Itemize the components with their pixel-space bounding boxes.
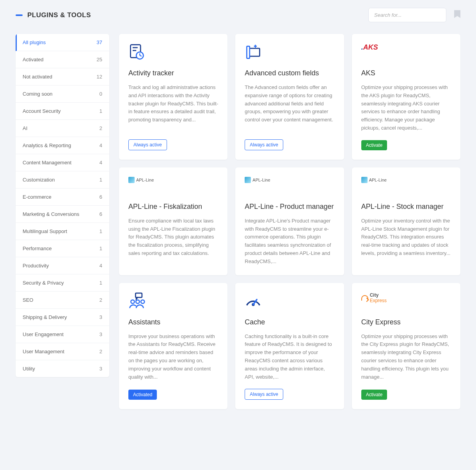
sidebar-item[interactable]: Activated25 [16,51,109,68]
sidebar-item-count: 3 [99,331,102,337]
activated-badge[interactable]: Activated [128,390,157,400]
plugin-card-icon: CityExpress [361,292,451,311]
sidebar-item-label: E-commerce [23,194,52,200]
sidebar-item-count: 1 [99,177,102,183]
svg-point-12 [136,300,139,303]
sidebar-item[interactable]: SEO2 [16,292,109,309]
sidebar-item-count: 1 [99,280,102,286]
sidebar-item-label: Coming soon [23,91,53,97]
sidebar-item[interactable]: Performance1 [16,240,109,257]
cache-gauge-icon [245,292,262,310]
plugin-card-title[interactable]: APL-Line - Fiskalization [128,203,218,211]
header-right [368,8,460,22]
sidebar-item-label: All plugins [23,39,46,45]
plugin-card-footer: Activated [128,390,218,400]
sidebar-item[interactable]: Customization1 [16,171,109,189]
plugin-card-description: Optimize your inventory control with the… [361,217,451,266]
sidebar-item-count: 37 [97,39,102,45]
sidebar-item[interactable]: Content Management4 [16,154,109,171]
activate-button[interactable]: Activate [361,390,387,400]
plugin-card: CityExpressCity ExpressOptimize your shi… [352,283,460,409]
plugin-card-icon [245,43,334,62]
plugin-card: .AKSAKSOptimize your shipping processes … [352,34,460,160]
sidebar-item-count: 3 [99,366,102,372]
sidebar-item[interactable]: Multilingual Support1 [16,223,109,240]
plugin-card-description: Improve your business operations with th… [128,333,218,382]
always-active-badge: Always active [245,139,283,150]
plugin-card-title[interactable]: Cache [245,318,334,326]
sidebar-item-label: AI [23,125,27,131]
plugin-card-description: The Advanced custom fields offer an expa… [245,84,334,132]
sidebar-item-label: Analytics & Reporting [23,142,71,148]
plugin-card-title[interactable]: City Express [361,318,451,326]
aks-logo: .AKS [361,43,378,52]
sidebar-item[interactable]: Analytics & Reporting4 [16,137,109,154]
page-title: PLUGINS & TOOLS [27,11,91,19]
sidebar-item[interactable]: Security & Privacy1 [16,274,109,292]
plugin-card: Activity trackerTrack and log all admini… [119,34,227,160]
plugin-card: CacheCaching functionality is a built-in… [235,283,344,409]
sidebar-item-label: Customization [23,177,55,183]
sidebar-item-count: 0 [99,91,102,97]
plugin-card-footer: Activate [361,390,451,400]
plugin-card-title[interactable]: Activity tracker [128,69,218,77]
plugin-card-description: Ensure compliance with local tax laws us… [128,217,218,266]
sidebar-item[interactable]: Marketing & Conversions6 [16,206,109,223]
plugin-card-title[interactable]: AKS [361,69,451,77]
sidebar: All plugins37Activated25Not activated12C… [16,34,109,377]
activity-tracker-icon [128,43,146,61]
plugin-card-icon: APL-Line [361,177,451,196]
sidebar-item-count: 2 [99,125,102,131]
search-input[interactable] [368,8,446,22]
plugin-card-footer: Always active [245,389,334,400]
sidebar-item[interactable]: User Management2 [16,343,109,360]
plugin-grid: Activity trackerTrack and log all admini… [119,34,460,409]
sidebar-item-label: User Engagement [23,331,64,337]
always-active-badge: Always active [128,139,167,150]
plugin-card-icon [245,292,334,311]
plugin-card-title[interactable]: APL-Line - Stock manager [361,203,451,211]
sidebar-item-label: Not activated [23,74,52,80]
apl-line-logo: APL-Line [361,177,387,183]
sidebar-item-label: Shipping & Delivery [23,314,67,320]
plugin-card-description: Caching functionality is a built-in core… [245,333,334,381]
plugin-card-description: Integrate APL-Line's Product manager wit… [245,217,334,266]
plugin-card-title[interactable]: Assistants [128,318,218,326]
activate-button[interactable]: Activate [361,140,387,150]
sidebar-item[interactable]: E-commerce6 [16,189,109,206]
custom-fields-icon [245,43,262,61]
page-header: PLUGINS & TOOLS [16,8,460,22]
plugin-card-footer: Always active [245,139,334,150]
sidebar-item[interactable]: User Engagement3 [16,326,109,343]
sidebar-item-label: Security & Privacy [23,280,64,286]
title-accent-bar [16,14,23,16]
plugin-card-footer: Always active [128,139,218,150]
always-active-badge: Always active [245,389,283,400]
city-express-logo: CityExpress [361,292,387,303]
sidebar-item-count: 1 [99,228,102,234]
svg-rect-7 [247,46,250,58]
sidebar-item-count: 4 [99,263,102,269]
sidebar-item-label: Content Management [23,160,71,166]
plugin-card-title[interactable]: Advanced custom fields [245,69,334,77]
sidebar-item[interactable]: Account Security1 [16,103,109,120]
sidebar-item[interactable]: Not activated12 [16,68,109,85]
sidebar-item[interactable]: Coming soon0 [16,85,109,103]
sidebar-item-count: 1 [99,246,102,251]
plugin-card: APL-LineAPL-Line - Product managerIntegr… [235,167,344,275]
plugin-card-icon [128,43,218,62]
sidebar-item-label: Activated [23,57,43,62]
plugin-card-title[interactable]: APL-Line - Product manager [245,203,334,211]
title-wrap: PLUGINS & TOOLS [16,11,91,19]
apl-line-logo: APL-Line [245,177,270,183]
sidebar-item[interactable]: AI2 [16,120,109,137]
plugin-card-footer: Activate [361,140,451,150]
sidebar-item[interactable]: All plugins37 [16,34,109,51]
sidebar-item[interactable]: Shipping & Delivery3 [16,309,109,326]
plugin-card-description: Optimize your shipping processes with th… [361,84,451,132]
sidebar-item-label: Productivity [23,263,49,269]
sidebar-item[interactable]: Utility3 [16,360,109,377]
sidebar-item[interactable]: Productivity4 [16,257,109,274]
bookmark-icon[interactable] [454,10,460,20]
sidebar-item-label: Multilingual Support [23,228,67,234]
